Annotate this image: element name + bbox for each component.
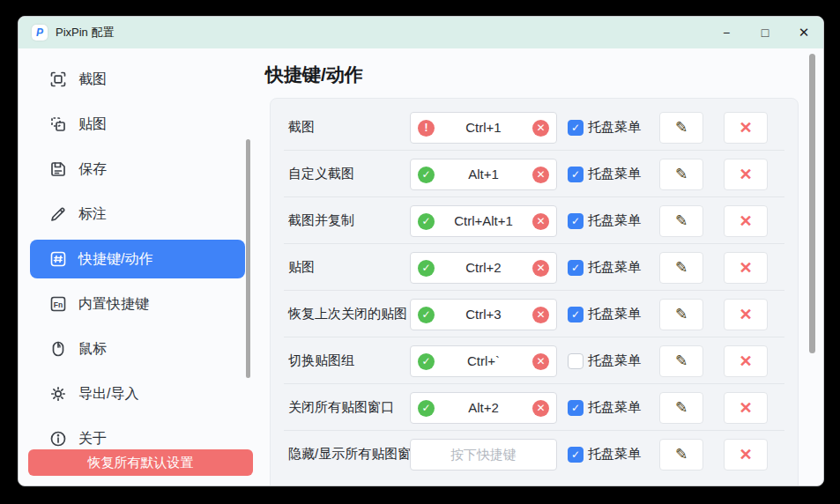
- clear-hotkey-icon[interactable]: ✕: [532, 120, 549, 137]
- hotkey-input[interactable]: ✓ Ctrl+Alt+1 ✕: [410, 205, 557, 237]
- sidebar-item-annotate[interactable]: 标注: [30, 195, 245, 233]
- sidebar-scrollbar[interactable]: [246, 139, 250, 378]
- hotkey-value: 按下快捷键: [411, 440, 556, 470]
- delete-button[interactable]: ✕: [724, 439, 768, 471]
- hotkey-row: 截图 ! Ctrl+1 ✕ ✓ 托盘菜单 ✎ ✕: [271, 104, 798, 151]
- tray-label: 托盘菜单: [588, 352, 641, 369]
- hotkey-row: 恢复上次关闭的贴图 ✓ Ctrl+3 ✕ ✓ 托盘菜单 ✎ ✕: [271, 291, 798, 337]
- hotkey-input[interactable]: ! Ctrl+1 ✕: [410, 112, 557, 144]
- edit-button[interactable]: ✎: [659, 112, 703, 144]
- row-label: 切换贴图组: [271, 352, 410, 369]
- maximize-button[interactable]: □: [746, 17, 784, 48]
- hotkey-row: 自定义截图 ✓ Alt+1 ✕ ✓ 托盘菜单 ✎ ✕: [271, 151, 798, 197]
- status-ok-icon: ✓: [418, 260, 435, 277]
- delete-x-icon: ✕: [739, 305, 752, 324]
- tray-checkbox[interactable]: ✓: [568, 447, 584, 463]
- status-ok-icon: ✓: [418, 213, 435, 230]
- tray-checkbox[interactable]: ✓: [568, 307, 584, 322]
- sidebar-item-export-import[interactable]: 导出/导入: [30, 374, 245, 413]
- hotkey-value: Alt+1: [434, 159, 533, 189]
- delete-x-icon: ✕: [739, 398, 752, 418]
- status-ok-icon: ✓: [418, 307, 435, 323]
- sidebar-item-label: 贴图: [78, 115, 107, 134]
- delete-button[interactable]: ✕: [724, 252, 768, 284]
- clear-hotkey-icon[interactable]: ✕: [532, 260, 549, 277]
- hotkey-input[interactable]: 按下快捷键: [410, 439, 557, 471]
- mouse-icon: [49, 340, 67, 358]
- pencil-icon: ✎: [675, 258, 688, 277]
- delete-x-icon: ✕: [739, 258, 752, 278]
- status-ok-icon: ✓: [418, 167, 435, 183]
- sidebar-nav: 截图 贴图 保存: [30, 60, 245, 458]
- hotkey-value: Ctrl+2: [434, 253, 533, 283]
- svg-text:Fn: Fn: [54, 300, 63, 309]
- sidebar-item-screenshot[interactable]: 截图: [30, 60, 245, 99]
- delete-button[interactable]: ✕: [724, 299, 768, 330]
- screenshot-icon: [49, 70, 67, 88]
- sidebar-item-mouse[interactable]: 鼠标: [30, 330, 245, 368]
- tray-checkbox[interactable]: ✓: [568, 167, 584, 182]
- close-button[interactable]: ✕: [784, 17, 823, 48]
- sidebar-item-save[interactable]: 保存: [30, 150, 245, 189]
- window-controls: − □ ✕: [707, 17, 823, 48]
- hotkey-input[interactable]: ✓ Ctrl+2 ✕: [410, 252, 557, 284]
- pencil-icon: ✎: [675, 352, 688, 370]
- tray-label: 托盘菜单: [588, 166, 641, 182]
- page-title: 快捷键/动作: [265, 63, 363, 87]
- edit-button[interactable]: ✎: [659, 252, 703, 284]
- edit-button[interactable]: ✎: [659, 345, 703, 377]
- row-label: 截图并复制: [271, 212, 410, 229]
- builtin-hotkeys-icon: Fn: [49, 295, 67, 313]
- clear-hotkey-icon[interactable]: ✕: [532, 213, 549, 230]
- hotkey-input[interactable]: ✓ Alt+1 ✕: [410, 159, 557, 190]
- main-scrollbar[interactable]: [809, 54, 815, 353]
- hotkey-value: Ctrl+`: [434, 346, 533, 376]
- hotkey-value: Ctrl+3: [434, 300, 533, 330]
- tray-checkbox[interactable]: [568, 353, 584, 369]
- edit-button[interactable]: ✎: [659, 392, 703, 424]
- clear-hotkey-icon[interactable]: ✕: [532, 400, 549, 417]
- edit-button[interactable]: ✎: [659, 205, 703, 237]
- tray-checkbox[interactable]: ✓: [568, 120, 584, 136]
- tray-label: 托盘菜单: [588, 306, 641, 322]
- hotkey-value: Ctrl+Alt+1: [434, 206, 533, 236]
- edit-button[interactable]: ✎: [659, 299, 703, 330]
- hotkey-row: 截图并复制 ✓ Ctrl+Alt+1 ✕ ✓ 托盘菜单 ✎ ✕: [271, 197, 798, 244]
- pencil-icon: ✎: [675, 445, 688, 463]
- hotkey-row: 关闭所有贴图窗口 ✓ Alt+2 ✕ ✓ 托盘菜单 ✎ ✕: [271, 384, 798, 431]
- tray-checkbox[interactable]: ✓: [568, 400, 584, 416]
- clear-hotkey-icon[interactable]: ✕: [532, 167, 549, 183]
- sidebar-item-label: 保存: [78, 160, 107, 179]
- tray-checkbox[interactable]: ✓: [568, 213, 584, 229]
- sidebar-item-builtin-hotkeys[interactable]: Fn 内置快捷键: [30, 285, 245, 323]
- hotkey-input[interactable]: ✓ Ctrl+3 ✕: [410, 299, 557, 330]
- delete-button[interactable]: ✕: [724, 392, 768, 424]
- about-icon: [49, 430, 67, 448]
- tray-checkbox[interactable]: ✓: [568, 260, 584, 276]
- sidebar-item-label: 关于: [78, 430, 107, 448]
- sidebar-item-hotkeys[interactable]: 快捷键/动作: [30, 240, 245, 278]
- hotkey-input[interactable]: ✓ Alt+2 ✕: [410, 392, 557, 424]
- tray-label: 托盘菜单: [588, 259, 641, 276]
- row-label: 恢复上次关闭的贴图: [271, 306, 410, 322]
- delete-button[interactable]: ✕: [724, 159, 768, 190]
- pencil-icon: ✎: [675, 165, 688, 183]
- sidebar-item-pin-image[interactable]: 贴图: [30, 105, 245, 144]
- pixpin-config-window: P PixPin 配置 − □ ✕ 截图: [18, 16, 824, 486]
- minimize-button[interactable]: −: [707, 17, 746, 48]
- clear-hotkey-icon[interactable]: ✕: [532, 307, 549, 323]
- edit-button[interactable]: ✎: [659, 159, 703, 190]
- edit-button[interactable]: ✎: [659, 439, 703, 471]
- row-label: 自定义截图: [271, 166, 410, 182]
- tray-label: 托盘菜单: [588, 119, 641, 136]
- clear-hotkey-icon[interactable]: ✕: [532, 353, 549, 370]
- delete-button[interactable]: ✕: [724, 345, 768, 377]
- delete-button[interactable]: ✕: [724, 205, 768, 237]
- delete-x-icon: ✕: [739, 118, 752, 137]
- hotkey-input[interactable]: ✓ Ctrl+` ✕: [410, 345, 557, 377]
- pencil-icon: ✎: [675, 305, 688, 323]
- restore-defaults-button[interactable]: 恢复所有默认设置: [28, 449, 253, 476]
- delete-button[interactable]: ✕: [724, 112, 768, 144]
- row-label: 贴图: [271, 259, 410, 276]
- sidebar-item-label: 快捷键/动作: [78, 250, 152, 269]
